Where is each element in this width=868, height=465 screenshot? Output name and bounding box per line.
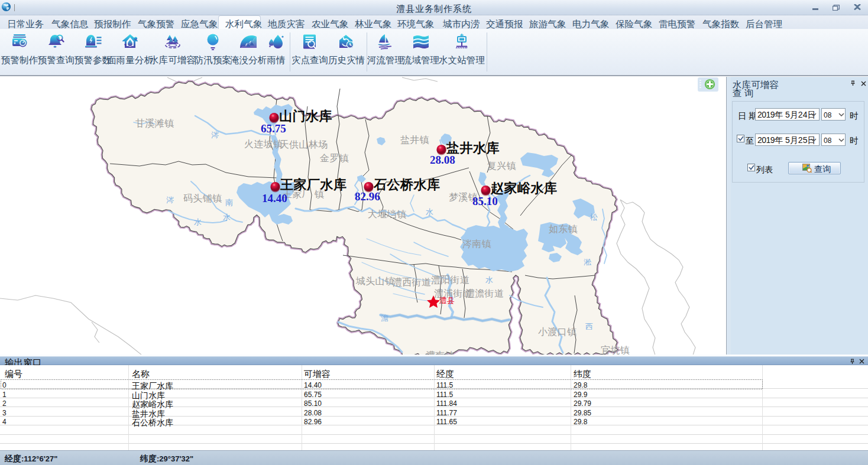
svg-text:大堰垱镇: 大堰垱镇 — [368, 209, 406, 219]
svg-text:澧南镇: 澧南镇 — [426, 350, 455, 355]
svg-text:涔: 涔 — [166, 196, 174, 204]
svg-text:涔: 涔 — [211, 131, 219, 139]
svg-text:天供山林场: 天供山林场 — [280, 139, 328, 149]
svg-text:甘溪滩镇: 甘溪滩镇 — [135, 118, 174, 128]
svg-text:澧阳街道: 澧阳街道 — [431, 275, 469, 285]
svg-text:王家厂水库: 王家厂水库 — [280, 177, 347, 192]
svg-text:水: 水 — [223, 213, 231, 222]
svg-text:14.40: 14.40 — [262, 192, 287, 204]
svg-text:复兴镇: 复兴镇 — [487, 161, 516, 171]
svg-text:如东镇: 如东镇 — [549, 224, 578, 234]
svg-text:澧西街道: 澧西街道 — [393, 277, 431, 287]
svg-text:澹: 澹 — [381, 314, 388, 323]
svg-text:松: 松 — [590, 213, 598, 222]
svg-text:码头铺镇: 码头铺镇 — [183, 193, 222, 203]
svg-text:金罗镇: 金罗镇 — [320, 153, 349, 163]
svg-text:水: 水 — [194, 217, 202, 226]
svg-text:南: 南 — [225, 198, 233, 207]
svg-text:山门水库: 山门水库 — [279, 109, 332, 123]
svg-text:西: 西 — [585, 322, 593, 331]
svg-text:85.10: 85.10 — [472, 195, 498, 207]
svg-text:涔南镇: 涔南镇 — [462, 239, 491, 249]
svg-text:28.08: 28.08 — [430, 154, 455, 166]
svg-text:淞: 淞 — [584, 258, 591, 266]
svg-text:赵家峪水库: 赵家峪水库 — [490, 181, 558, 196]
svg-text:小渡口镇: 小渡口镇 — [538, 327, 576, 337]
svg-text:石公桥水库: 石公桥水库 — [373, 177, 441, 192]
svg-text:82.96: 82.96 — [355, 190, 380, 203]
svg-text:水: 水 — [485, 275, 493, 284]
svg-text:盐井镇: 盐井镇 — [400, 135, 429, 145]
svg-text:官垸镇: 官垸镇 — [601, 345, 630, 355]
svg-text:澧澹街道: 澧澹街道 — [465, 288, 504, 298]
svg-text:澧县: 澧县 — [439, 296, 455, 305]
svg-text:火连坡镇: 火连坡镇 — [244, 139, 283, 149]
svg-text:水: 水 — [426, 207, 433, 216]
svg-text:65.75: 65.75 — [261, 122, 286, 135]
svg-text:城头山镇: 城头山镇 — [355, 276, 394, 286]
